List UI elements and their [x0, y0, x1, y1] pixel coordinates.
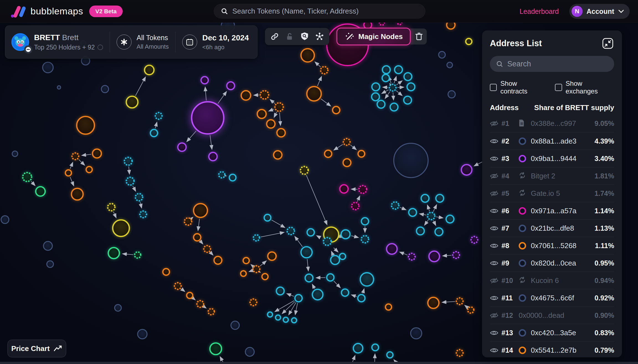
visibility-icon[interactable] — [490, 330, 501, 336]
visibility-icon[interactable] — [490, 243, 501, 249]
wallet-bubble[interactable] — [276, 315, 281, 320]
clusters-button[interactable] — [312, 28, 327, 45]
holder-address[interactable]: 0x21bc...dfe8 — [531, 224, 595, 233]
wallet-bubble[interactable] — [359, 186, 367, 193]
wallet-bubble[interactable] — [339, 253, 346, 259]
address-row[interactable]: #140x5541...2e7b0.79% — [490, 341, 614, 357]
hidden-wallet-bubble[interactable] — [439, 51, 445, 58]
share-link-button[interactable] — [267, 28, 282, 45]
wallet-bubble[interactable] — [178, 143, 186, 151]
wallet-bubble[interactable] — [204, 246, 210, 252]
wallet-bubble[interactable] — [92, 149, 101, 158]
wallet-bubble[interactable] — [210, 343, 222, 355]
wallet-bubble[interactable] — [372, 344, 379, 351]
visibility-off-icon[interactable] — [490, 190, 501, 197]
wallet-bubble[interactable] — [407, 83, 415, 91]
hidden-wallet-bubble[interactable] — [12, 151, 18, 157]
date-settings[interactable]: Dec 10, 2024 <6h ago — [182, 33, 249, 51]
hidden-wallet-bubble[interactable] — [101, 85, 109, 93]
wallet-bubble[interactable] — [229, 174, 236, 181]
wallet-bubble[interactable] — [353, 344, 363, 353]
address-row[interactable]: #5Gate.io 51.74% — [490, 184, 614, 202]
holder-address[interactable]: Gate.io 5 — [531, 189, 595, 198]
token-search-input[interactable] — [232, 7, 418, 15]
wallet-bubble[interactable] — [428, 297, 439, 308]
leaderboard-link[interactable]: Leaderboard — [519, 7, 559, 15]
hidden-wallet-bubble[interactable] — [43, 62, 53, 73]
hidden-wallet-bubble[interactable] — [411, 328, 422, 339]
hidden-wallet-bubble[interactable] — [447, 62, 452, 68]
wallet-bubble[interactable] — [340, 185, 348, 193]
wallet-bubble[interactable] — [219, 172, 225, 178]
wallet-bubble[interactable] — [389, 84, 396, 91]
address-row[interactable]: #4Bitget 21.81% — [490, 167, 614, 184]
wallet-bubble[interactable] — [428, 212, 435, 220]
wallet-bubble[interactable] — [361, 218, 369, 225]
hidden-wallet-bubble[interactable] — [394, 143, 428, 178]
wallet-bubble[interactable] — [292, 318, 297, 323]
wallet-bubble[interactable] — [135, 252, 141, 258]
wallet-bubble[interactable] — [307, 87, 321, 101]
holder-address[interactable]: 0xc420...3a5e — [531, 329, 595, 337]
wallet-bubble[interactable] — [382, 66, 390, 74]
wallet-bubble[interactable] — [267, 312, 272, 317]
address-row[interactable]: #110x4675...6c6f0.92% — [490, 289, 614, 306]
address-row[interactable]: #90x820d...0cea0.95% — [490, 254, 614, 272]
wallet-bubble[interactable] — [372, 93, 379, 101]
wallet-bubble[interactable] — [287, 227, 294, 235]
address-scan-button[interactable] — [297, 28, 312, 45]
wallet-bubble[interactable] — [155, 113, 162, 119]
hidden-wallet-bubble[interactable] — [245, 347, 254, 356]
holder-address[interactable]: 0x9ba1...9444 — [531, 154, 595, 163]
hidden-wallet-bubble[interactable] — [231, 321, 239, 329]
address-row[interactable]: #10x388e...c9979.05% — [490, 115, 614, 132]
wallet-bubble[interactable] — [243, 258, 249, 264]
wallet-bubble[interactable] — [453, 252, 459, 258]
hidden-wallet-bubble[interactable] — [47, 261, 53, 267]
wallet-bubble[interactable] — [341, 289, 349, 296]
wallet-bubble[interactable] — [323, 238, 331, 245]
logo[interactable]: bubblemaps V2 Beta — [10, 5, 123, 18]
wallet-bubble[interactable] — [352, 202, 359, 210]
price-chart-button[interactable]: Price Chart — [7, 340, 66, 357]
wallet-bubble[interactable] — [163, 269, 169, 275]
visibility-off-icon[interactable] — [490, 277, 501, 284]
wallet-bubble[interactable] — [333, 106, 340, 114]
holder-address[interactable]: 0x7061...5268 — [531, 241, 595, 250]
magic-nodes-button[interactable]: Magic Nodes — [336, 28, 411, 45]
hidden-wallet-bubble[interactable] — [57, 86, 61, 89]
wallet-bubble[interactable] — [331, 256, 339, 264]
visibility-off-icon[interactable] — [490, 120, 501, 127]
wallet-bubble[interactable] — [301, 247, 312, 258]
collapse-token-badge[interactable] — [24, 45, 32, 54]
wallet-bubble[interactable] — [23, 173, 32, 181]
wallet-bubble[interactable] — [327, 274, 334, 281]
holder-address[interactable]: 0x5541...2e7b — [531, 346, 595, 355]
holder-address[interactable]: 0x0000...dead — [519, 311, 595, 320]
wallet-bubble[interactable] — [321, 67, 328, 74]
wallet-bubble[interactable] — [343, 159, 351, 167]
holder-address[interactable]: 0x971a...a57a — [531, 207, 595, 215]
hidden-wallet-bubble[interactable] — [115, 305, 121, 311]
hidden-wallet-bubble[interactable] — [448, 91, 455, 98]
visibility-icon[interactable] — [490, 155, 501, 162]
wallet-bubble[interactable] — [197, 301, 204, 307]
wallet-bubble[interactable] — [360, 273, 374, 286]
visibility-off-icon[interactable] — [490, 312, 501, 319]
address-row[interactable]: #30x9ba1...94443.40% — [490, 150, 614, 167]
show-contracts-checkbox[interactable]: Show contracts — [490, 80, 544, 95]
wallet-bubble[interactable] — [343, 139, 350, 145]
wallet-bubble[interactable] — [446, 215, 454, 223]
token-info-card[interactable]: BRETTBrett Top 250 Holders + 92 All Toke… — [5, 25, 258, 59]
wallet-bubble[interactable] — [435, 228, 443, 236]
wallet-bubble[interactable] — [241, 271, 246, 276]
wallet-bubble[interactable] — [208, 309, 214, 315]
wallet-bubble[interactable] — [409, 209, 416, 216]
holder-address[interactable]: Kucoin 6 — [531, 276, 595, 285]
wallet-bubble[interactable] — [387, 244, 397, 254]
address-search-input[interactable] — [507, 60, 608, 68]
address-row[interactable]: #10Kucoin 60.94% — [490, 272, 614, 289]
wallet-bubble[interactable] — [184, 218, 192, 225]
wallet-bubble[interactable] — [194, 234, 201, 241]
wallet-bubble[interactable] — [372, 83, 380, 91]
